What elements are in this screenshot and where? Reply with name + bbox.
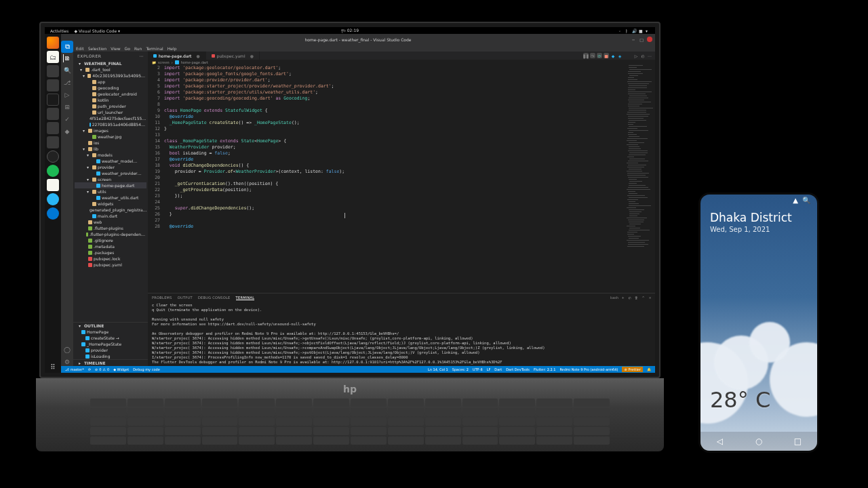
menu-run[interactable]: Run xyxy=(134,46,142,51)
tree-item[interactable]: ▾images xyxy=(75,127,146,134)
tree-item[interactable]: ▾provider xyxy=(75,164,146,170)
search-icon[interactable]: 🔍 xyxy=(802,197,810,204)
terminal-split-icon[interactable]: ⫛ xyxy=(627,296,632,300)
tree-item[interactable]: widgets xyxy=(75,201,146,207)
debug-pause-icon[interactable]: ❚❚ xyxy=(583,53,589,58)
outline-item[interactable]: provider xyxy=(73,347,148,353)
dock-app-icon[interactable] xyxy=(47,122,59,134)
notifications-icon[interactable]: 🔔 xyxy=(647,367,651,371)
panel-tab-debug-console[interactable]: DEBUG CONSOLE xyxy=(198,296,231,300)
tree-item[interactable]: ios xyxy=(75,140,146,146)
dock-app-icon[interactable] xyxy=(47,79,59,92)
tree-item[interactable]: ▾screen xyxy=(75,176,146,182)
window-minimize-icon[interactable]: ─ xyxy=(631,37,636,42)
tree-item[interactable]: weather.jpg xyxy=(75,134,146,140)
activities-button[interactable]: Activities xyxy=(50,28,68,33)
source-control-icon[interactable]: ⎇ xyxy=(63,79,71,87)
tree-item[interactable]: app xyxy=(75,79,146,85)
flutter-icon[interactable]: ◆ xyxy=(63,127,71,136)
language-mode[interactable]: Dart xyxy=(494,367,502,371)
tree-item[interactable]: ▾utils xyxy=(75,188,146,195)
window-close-icon[interactable] xyxy=(647,37,652,42)
debug-stop-icon[interactable]: ■ xyxy=(604,53,609,58)
dock-vscode-icon[interactable]: ⧉ xyxy=(61,41,73,53)
menu-terminal[interactable]: Terminal xyxy=(146,46,163,51)
tree-item[interactable]: .packages xyxy=(75,249,146,256)
tree-item[interactable]: .gitignore xyxy=(75,237,146,243)
prettier-status[interactable]: ⊘ Prettier xyxy=(622,367,643,372)
outline-item[interactable]: createState → xyxy=(73,335,148,341)
tree-item[interactable]: generated_plugin_registra… xyxy=(75,207,146,213)
code-editor[interactable]: 2345678910111213141516171819202122232425… xyxy=(148,65,655,293)
nav-home-icon[interactable]: ○ xyxy=(752,437,766,445)
tree-item[interactable]: .flutter-plugins xyxy=(75,225,146,231)
breadcrumb[interactable]: 📁 screen › home-page.dart xyxy=(148,60,655,65)
tree-item[interactable]: pubspec.lock xyxy=(75,256,146,262)
terminal-output[interactable]: c Clear the screen q Quit (terminate the… xyxy=(148,302,655,366)
flutter-version[interactable]: Flutter: 2.2.1 xyxy=(534,367,555,371)
split-editor-icon[interactable]: ⫛ xyxy=(640,53,646,58)
outline-item[interactable]: _HomePageState xyxy=(73,341,148,347)
extensions-icon[interactable]: ⊞ xyxy=(63,103,71,111)
menu-help[interactable]: Help xyxy=(167,46,177,51)
encoding[interactable]: UTF-8 xyxy=(473,367,483,371)
explorer-icon[interactable]: 🗎 xyxy=(63,54,71,62)
tree-item[interactable]: web xyxy=(75,219,146,225)
panel-tab-terminal[interactable]: TERMINAL xyxy=(236,296,255,300)
accounts-icon[interactable]: ◯ xyxy=(63,346,71,354)
tree-item[interactable]: geolocator_android xyxy=(75,91,146,97)
dock-obs-icon[interactable] xyxy=(47,150,59,163)
menu-view[interactable]: View xyxy=(111,46,120,51)
terminal-shell-label[interactable]: bash xyxy=(610,296,618,300)
tree-item[interactable]: ▾.dart_tool xyxy=(75,66,146,73)
panel-maximize-icon[interactable]: ^ xyxy=(641,296,646,300)
current-app-indicator[interactable]: ◆ Visual Studio Code ▾ xyxy=(74,28,120,33)
tab-close-icon[interactable]: ● xyxy=(250,54,254,58)
tree-item[interactable]: weather_model… xyxy=(75,158,146,164)
dock-files-icon[interactable]: 🗂 xyxy=(47,51,59,63)
tree-item[interactable]: url_launcher xyxy=(75,109,146,115)
editor-tab[interactable]: pubspec.yaml● xyxy=(206,52,260,60)
outline-item[interactable]: HomePage xyxy=(73,329,148,335)
cursor-position[interactable]: Ln 14, Col 1 xyxy=(428,367,448,371)
run-icon[interactable]: ▷ xyxy=(633,53,639,58)
dock-app-icon[interactable] xyxy=(47,136,59,148)
tree-item[interactable]: path_provider xyxy=(75,103,146,109)
debug-inspect-icon[interactable]: ◈ xyxy=(617,53,623,58)
tree-item[interactable]: home-page.dart xyxy=(75,182,146,188)
dock-app-icon[interactable] xyxy=(47,108,59,120)
tree-item[interactable]: 4f51e284275decfaecf155… xyxy=(75,115,146,121)
tree-item[interactable]: weather_utils.dart xyxy=(75,195,146,201)
debug-mode[interactable]: Debug my code xyxy=(133,367,160,371)
problems-count[interactable]: ⊘ 0 ⚠ 0 xyxy=(95,367,109,371)
location-pin-icon[interactable]: ▲ xyxy=(793,197,798,204)
tree-item[interactable]: weather_provider… xyxy=(75,170,146,176)
tab-close-icon[interactable]: ● xyxy=(196,54,199,58)
menu-edit[interactable]: Edit xyxy=(76,46,84,51)
dock-app-icon[interactable] xyxy=(47,179,59,191)
flutter-inspector[interactable]: ◆ Widget xyxy=(113,367,129,371)
debug-step-over-icon[interactable]: ↷ xyxy=(590,53,595,58)
window-maximize-icon[interactable]: □ xyxy=(639,37,644,42)
timeline-section[interactable]: ▸TIMELINE xyxy=(73,359,148,366)
panel-close-icon[interactable]: × xyxy=(648,296,652,300)
terminal-add-icon[interactable]: + xyxy=(620,296,625,300)
sync-icon[interactable]: ⟳ xyxy=(88,367,91,371)
outline-item[interactable]: isLoading xyxy=(73,353,148,359)
minimap[interactable] xyxy=(625,65,655,293)
testing-icon[interactable]: ✓ xyxy=(63,115,71,123)
git-branch[interactable]: ⎇ master* xyxy=(65,367,84,371)
tree-item[interactable]: 227081951ad406d8854… xyxy=(75,121,146,127)
tree-item[interactable]: kotlin xyxy=(75,97,146,103)
panel-tab-output[interactable]: OUTPUT xyxy=(178,296,193,300)
clock[interactable]: বৃহঃ 02:19 xyxy=(341,28,359,33)
panel-tab-problems[interactable]: PROBLEMS xyxy=(152,296,172,300)
tree-item[interactable]: ▾lib xyxy=(75,146,146,152)
dock-telegram-icon[interactable] xyxy=(47,193,59,205)
debug-widget-icon[interactable]: ◆ xyxy=(610,53,616,58)
tree-item[interactable]: pubspec.yaml xyxy=(75,262,146,268)
tree-item[interactable]: geocoding xyxy=(75,85,146,91)
run-debug-icon[interactable]: ▷ xyxy=(63,91,71,99)
tree-item[interactable]: ▾40c2301953993a54095… xyxy=(75,73,146,79)
tree-item[interactable]: main.dart xyxy=(75,213,146,219)
